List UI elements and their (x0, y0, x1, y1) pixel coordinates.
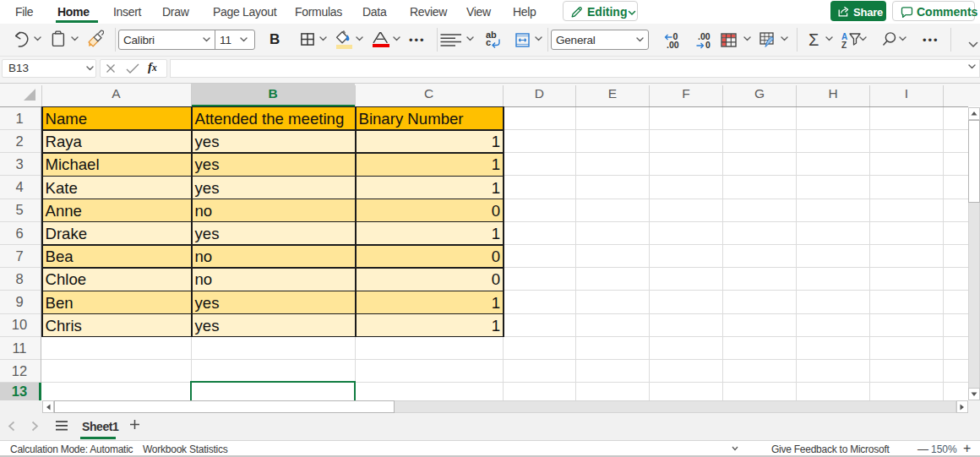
svg-text:Z: Z (841, 41, 847, 49)
